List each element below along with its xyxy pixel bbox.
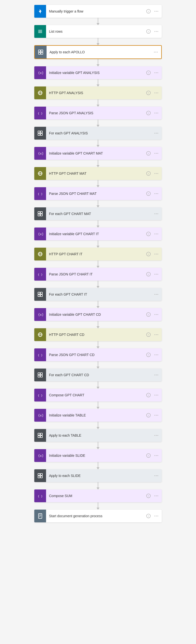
step-2[interactable]: List rows? (34, 25, 162, 38)
step-1-help-button[interactable]: ? (146, 8, 151, 14)
step-17[interactable]: HTTP GPT CHART CD? (34, 328, 162, 341)
step-22[interactable]: Apply to each TABLE (34, 429, 162, 442)
svg-rect-71 (40, 214, 42, 216)
svg-text:{x}: {x} (38, 414, 43, 417)
step-11[interactable]: For each GPT CHART MAT (34, 208, 162, 220)
step-23-more-button[interactable] (153, 452, 159, 458)
step-21-more-button[interactable] (153, 412, 159, 418)
svg-point-151 (155, 455, 155, 456)
step-6-more-button[interactable] (153, 110, 159, 116)
step-2-more-button[interactable] (153, 28, 159, 34)
step-18-help-button[interactable]: ? (146, 352, 151, 358)
step-11-more-button[interactable] (153, 211, 159, 217)
step-14[interactable]: { }Parse JSON GPT CHART IT? (34, 268, 162, 280)
step-9[interactable]: HTTP GPT CHART MAT? (34, 167, 162, 180)
step-26-more-button[interactable] (153, 513, 159, 519)
svg-point-52 (156, 153, 157, 154)
step-7[interactable]: For each GPT ANALYSIS (34, 127, 162, 140)
step-20[interactable]: { }Compose GPT CHART? (34, 389, 162, 402)
step-1-more-button[interactable] (153, 8, 159, 14)
svg-text:{x}: {x} (38, 152, 43, 155)
step-4-more-button[interactable] (153, 70, 159, 76)
step-2-label: List rows (46, 30, 146, 34)
step-10-help-button[interactable]: ? (146, 191, 151, 196)
step-6-label: Parse JSON GPT ANALYSIS (46, 111, 146, 115)
step-16-help-button[interactable]: ? (146, 312, 151, 318)
step-26-help-button[interactable]: ? (146, 513, 151, 519)
svg-rect-96 (40, 292, 42, 294)
step-14-help-button[interactable]: ? (146, 271, 151, 277)
step-23-help-button[interactable]: ? (146, 452, 151, 458)
svg-point-3 (155, 11, 155, 12)
svg-text:?: ? (148, 414, 149, 417)
step-3-more-button[interactable] (153, 49, 159, 55)
step-20-more-button[interactable] (153, 392, 159, 398)
step-19-more-button[interactable] (153, 372, 159, 378)
step-23-label: Initialize variable SLIDE (46, 454, 146, 458)
step-18-more-button[interactable] (153, 352, 159, 358)
step-26[interactable]: Start document generation process? (34, 510, 162, 522)
step-6[interactable]: { }Parse JSON GPT ANALYSIS? (34, 107, 162, 120)
step-24-icon (34, 469, 46, 482)
step-17-more-button[interactable] (153, 332, 159, 338)
step-16[interactable]: {x}Initialize variable GPT CHART CD? (34, 308, 162, 321)
step-25-more-button[interactable] (153, 493, 159, 499)
step-19[interactable]: For each GPT CHART CD (34, 368, 162, 381)
step-23[interactable]: {x}Initialize variable SLIDE? (34, 449, 162, 462)
svg-point-73 (156, 214, 157, 214)
step-5[interactable]: HTTP GPT ANALYSIS? (34, 86, 162, 99)
step-10-more-button[interactable] (153, 191, 159, 196)
step-3[interactable]: Apply to each APOLLO (34, 45, 162, 59)
svg-text:?: ? (148, 192, 149, 195)
step-15[interactable]: For each GPT CHART IT (34, 288, 162, 301)
step-24[interactable]: Apply to each SLIDE (34, 469, 162, 482)
step-9-help-button[interactable]: ? (146, 170, 151, 176)
connector-16 (98, 341, 98, 348)
step-20-help-button[interactable]: ? (146, 392, 151, 398)
step-6-help-button[interactable]: ? (146, 110, 151, 116)
step-13-label: HTTP GPT CHART IT (46, 252, 146, 256)
step-5-more-button[interactable] (153, 90, 159, 96)
svg-rect-156 (38, 476, 40, 478)
step-21-help-button[interactable]: ? (146, 412, 151, 418)
svg-point-47 (158, 133, 158, 134)
step-10[interactable]: { }Parse JSON GPT CHART MAT? (34, 187, 162, 200)
step-12[interactable]: {x}Initialize variable GPT CHART IT? (34, 228, 162, 240)
step-22-more-button[interactable] (153, 432, 159, 438)
step-8-more-button[interactable] (153, 150, 159, 156)
connector-15 (98, 321, 98, 328)
step-12-more-button[interactable] (153, 231, 159, 237)
step-9-more-button[interactable] (153, 170, 159, 176)
svg-text:?: ? (148, 273, 149, 276)
step-18[interactable]: { }Parse JSON GPT CHART CD? (34, 348, 162, 361)
step-4-help-button[interactable]: ? (146, 70, 151, 76)
step-21[interactable]: {x}Initialize variable TABLE? (34, 409, 162, 422)
step-8-help-button[interactable]: ? (146, 150, 151, 156)
step-7-more-button[interactable] (153, 130, 159, 136)
step-15-more-button[interactable] (153, 292, 159, 297)
step-12-help-button[interactable]: ? (146, 231, 151, 237)
connector-24 (98, 502, 98, 510)
step-25-help-button[interactable]: ? (146, 493, 151, 499)
step-16-actions: ? (146, 312, 162, 318)
step-13-help-button[interactable]: ? (146, 251, 151, 257)
svg-rect-43 (38, 134, 40, 136)
svg-point-24 (155, 72, 155, 73)
svg-point-78 (155, 234, 155, 234)
step-13[interactable]: HTTP GPT CHART IT? (34, 248, 162, 260)
step-13-more-button[interactable] (153, 251, 159, 257)
connector-11 (98, 240, 98, 248)
step-8[interactable]: {x}Initialize variable GPT CHART MAT? (34, 147, 162, 160)
step-25[interactable]: { }Compose SUM? (34, 490, 162, 502)
step-14-more-button[interactable] (153, 271, 159, 277)
step-17-help-button[interactable]: ? (146, 332, 151, 338)
svg-point-158 (155, 476, 155, 476)
step-16-more-button[interactable] (153, 312, 159, 318)
svg-point-146 (156, 435, 157, 436)
step-24-more-button[interactable] (153, 473, 159, 479)
step-2-help-button[interactable]: ? (146, 28, 151, 34)
step-4[interactable]: {x}Initialize variable GPT ANALYSIS? (34, 66, 162, 79)
step-5-help-button[interactable]: ? (146, 90, 151, 96)
step-1[interactable]: Manually trigger a flow? (34, 5, 162, 18)
connector-18 (98, 381, 98, 389)
